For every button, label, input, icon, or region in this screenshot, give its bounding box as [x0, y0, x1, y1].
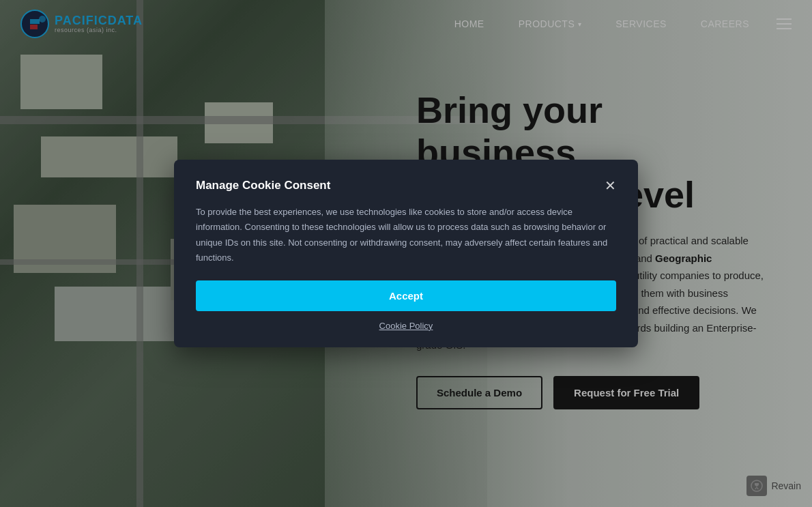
cookie-modal: Manage Cookie Consent ✕ To provide the b…: [174, 160, 638, 347]
cookie-policy-link[interactable]: Cookie Policy: [196, 321, 616, 331]
cookie-overlay: Manage Cookie Consent ✕ To provide the b…: [0, 0, 812, 507]
cookie-body: To provide the best experiences, we use …: [196, 205, 616, 265]
cookie-header: Manage Cookie Consent ✕: [196, 179, 616, 192]
cookie-close-button[interactable]: ✕: [605, 179, 616, 192]
cookie-title: Manage Cookie Consent: [196, 179, 330, 192]
cookie-accept-button[interactable]: Accept: [196, 280, 616, 311]
